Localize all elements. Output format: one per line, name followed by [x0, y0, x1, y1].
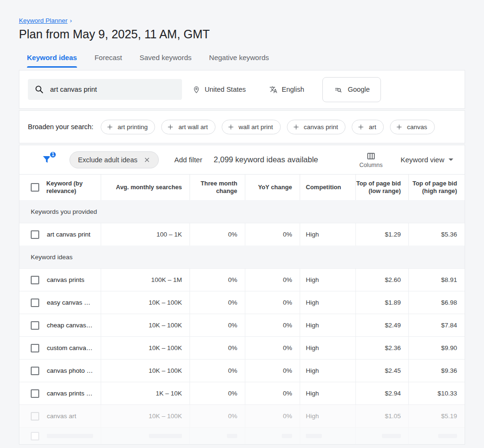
broaden-chip-canvas-print[interactable]: canvas print	[287, 120, 346, 134]
three-month-value: 0%	[190, 360, 245, 382]
tab-bar: Keyword ideas Forecast Saved keywords Ne…	[19, 53, 465, 68]
three-month-value: 0%	[190, 269, 245, 291]
table-header-row: Keyword (by relevance) Avg. monthly sear…	[19, 175, 465, 200]
bid-high-value: $8.91	[408, 269, 465, 291]
broaden-search-bar: Broaden your search: art printing art wa…	[19, 110, 465, 143]
three-month-value: 0%	[190, 314, 245, 336]
bid-high-value: $7.84	[408, 314, 465, 336]
three-month-value: 0%	[190, 382, 245, 404]
avg-searches-value: 10K – 100K	[101, 291, 190, 314]
keyword-search-input-wrap[interactable]	[28, 79, 182, 100]
broaden-chip-list: art printing art wall art wall art print…	[101, 120, 435, 134]
section-keyword-ideas: Keyword ideas	[19, 246, 465, 268]
section-keywords-you-provided: Keywords you provided	[19, 200, 465, 223]
competition-value: High	[300, 382, 355, 404]
plus-icon	[227, 123, 234, 131]
row-checkbox[interactable]	[31, 230, 39, 239]
header-keyword-label: Keyword (by relevance)	[46, 180, 101, 195]
three-month-value: 0%	[190, 337, 245, 359]
columns-button[interactable]: Columns	[359, 151, 382, 168]
chip-label: canvas print	[304, 123, 338, 131]
yoy-value: 0%	[245, 314, 300, 336]
keyword-text: art canvas print	[47, 231, 90, 238]
keyword-planner-page: Keyword Planner› Plan from May 9, 2025, …	[0, 0, 484, 445]
header-competition[interactable]: Competition	[300, 175, 355, 200]
results-summary: 2,099 keyword ideas available	[214, 155, 318, 164]
keyword-text: canvas photo …	[47, 367, 93, 374]
header-avg-monthly-searches[interactable]: Avg. monthly searches	[101, 175, 190, 200]
broaden-chip-art-wall-art[interactable]: art wall art	[161, 120, 215, 134]
row-checkbox[interactable]	[31, 276, 39, 284]
close-icon[interactable]	[144, 157, 150, 163]
header-bid-high[interactable]: Top of page bid (high range)	[408, 175, 465, 200]
row-checkbox[interactable]	[31, 412, 39, 421]
table-row: canvas photo … 10K – 100K 0% 0% High $2.…	[19, 359, 465, 382]
table-row: canvas prints … 1K – 10K 0% 0% High $2.9…	[19, 382, 465, 404]
tab-saved-keywords[interactable]: Saved keywords	[139, 53, 191, 68]
table-row: canvas prints 100K – 1M 0% 0% High $2.60…	[19, 268, 465, 291]
avg-searches-value: 10K – 100K	[101, 360, 190, 382]
bid-low-value: $2.94	[355, 382, 408, 404]
row-checkbox[interactable]	[31, 367, 39, 375]
bid-low-value: $2.60	[355, 269, 408, 291]
keyword-text: custom canva…	[47, 344, 93, 351]
competition-value: High	[300, 314, 355, 336]
broaden-chip-art[interactable]: art	[352, 120, 384, 134]
avg-searches-value: 100K – 1M	[101, 269, 190, 291]
location-pin-icon	[192, 86, 200, 94]
ghost-row-cutoff	[19, 427, 465, 444]
competition-value: High	[300, 337, 355, 359]
breadcrumb-link[interactable]: Keyword Planner	[19, 17, 68, 24]
row-checkbox	[31, 432, 39, 440]
keyword-text: canvas art	[47, 413, 76, 420]
header-three-month-change[interactable]: Three month change	[190, 175, 245, 200]
bid-high-value: $6.98	[408, 291, 465, 314]
location-selector[interactable]: United States	[192, 86, 246, 94]
bid-high-value: $5.36	[408, 223, 465, 246]
yoy-value: 0%	[245, 405, 300, 427]
row-checkbox[interactable]	[31, 321, 39, 330]
language-selector[interactable]: English	[269, 86, 304, 94]
bid-high-value: $10.33	[408, 382, 465, 404]
header-bid-low[interactable]: Top of page bid (low range)	[355, 175, 408, 200]
filter-funnel-icon[interactable]: 1	[41, 154, 53, 166]
select-all-checkbox[interactable]	[31, 183, 39, 192]
chip-label: canvas	[407, 123, 427, 131]
active-filter-chip[interactable]: Exclude adult ideas	[69, 151, 159, 168]
broaden-chip-canvas[interactable]: canvas	[390, 120, 435, 134]
chip-label: art	[369, 123, 376, 131]
translate-icon	[269, 86, 277, 94]
header-keyword[interactable]: Keyword (by relevance)	[19, 175, 101, 200]
yoy-value: 0%	[245, 291, 300, 314]
bid-low-value: $1.29	[355, 223, 408, 246]
row-checkbox[interactable]	[31, 299, 39, 307]
chip-label: art wall art	[178, 123, 207, 131]
tab-negative-keywords[interactable]: Negative keywords	[209, 53, 269, 68]
row-checkbox[interactable]	[31, 344, 39, 352]
columns-icon	[366, 151, 376, 161]
bid-low-value: $2.45	[355, 360, 408, 382]
competition-value: High	[300, 291, 355, 314]
keyword-text: easy canvas …	[47, 299, 90, 306]
filter-chip-label: Exclude adult ideas	[78, 156, 138, 164]
add-filter-button[interactable]: Add filter	[174, 156, 202, 164]
broaden-chip-art-printing[interactable]: art printing	[101, 120, 156, 134]
keyword-text: canvas prints …	[47, 390, 93, 397]
search-network-icon	[334, 85, 343, 94]
view-selector-dropdown[interactable]: Keyword view	[400, 156, 453, 164]
avg-searches-value: 10K – 100K	[101, 405, 190, 427]
tab-keyword-ideas[interactable]: Keyword ideas	[27, 53, 77, 68]
yoy-value: 0%	[245, 337, 300, 359]
broaden-chip-wall-art-print[interactable]: wall art print	[222, 120, 281, 134]
keyword-text: canvas prints	[47, 276, 85, 283]
chip-label: wall art print	[239, 123, 273, 131]
search-input[interactable]	[50, 86, 175, 93]
row-checkbox[interactable]	[31, 389, 39, 398]
network-selector-button[interactable]: Google	[322, 77, 381, 102]
search-icon	[35, 85, 44, 94]
plus-icon	[357, 123, 364, 131]
plus-icon	[106, 123, 113, 131]
tab-forecast[interactable]: Forecast	[95, 53, 122, 68]
three-month-value: 0%	[190, 223, 245, 246]
header-yoy-change[interactable]: YoY change	[245, 175, 300, 200]
